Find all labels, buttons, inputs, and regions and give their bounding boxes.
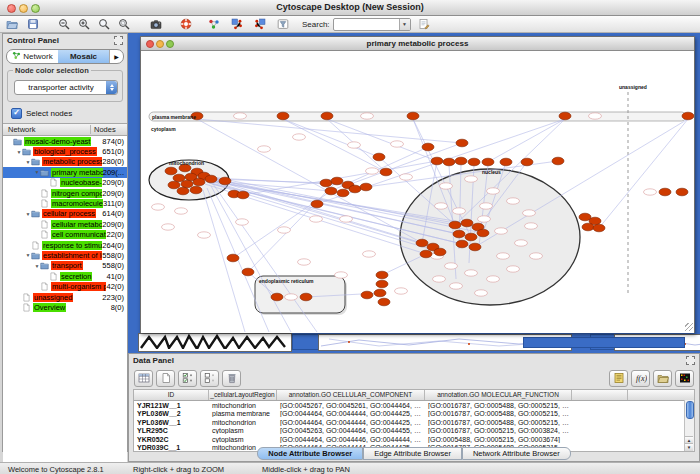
background-window-titlebar[interactable] xyxy=(523,337,685,348)
float-panel-icon[interactable] xyxy=(686,356,695,365)
network-node[interactable] xyxy=(465,233,477,241)
network-node[interactable] xyxy=(374,289,386,297)
help-icon[interactable] xyxy=(179,17,193,31)
network-node[interactable] xyxy=(456,240,468,248)
attribute-table[interactable]: ID_cellularLayoutRegionannotation.GO CEL… xyxy=(133,389,695,452)
network-node[interactable] xyxy=(227,254,239,262)
network-label-node[interactable] xyxy=(278,227,291,233)
tree-row-nitrogen-compo[interactable]: nitrogen compo209(0) xyxy=(3,188,127,198)
search-input[interactable] xyxy=(335,19,401,30)
zoom-out-icon[interactable] xyxy=(57,17,71,31)
network-node[interactable] xyxy=(659,188,671,196)
network-label-node[interactable] xyxy=(175,208,188,214)
column-header[interactable]: annotation.GO MOLECULAR_FUNCTION xyxy=(425,390,572,400)
tab-edge-attribute-browser[interactable]: Edge Attribute Browser xyxy=(363,447,462,460)
tree-row-biological-process[interactable]: ▼biological_process651(0) xyxy=(3,146,127,156)
close-window-icon[interactable] xyxy=(7,4,16,13)
network-label-node[interactable] xyxy=(497,253,510,259)
tree-col-network[interactable]: Network xyxy=(3,125,91,134)
tree-row-primary-metabo[interactable]: ▼primary metabo209(... xyxy=(3,167,127,177)
network-node[interactable] xyxy=(593,224,605,232)
table-mode-icon[interactable] xyxy=(134,370,153,387)
delete-attribute-icon[interactable] xyxy=(222,370,241,387)
search-dropdown-icon[interactable]: ▼ xyxy=(399,19,410,30)
network-node[interactable] xyxy=(311,200,323,208)
network-node[interactable] xyxy=(468,158,480,166)
network-node[interactable] xyxy=(455,157,467,165)
tree-row-cellular-metabo[interactable]: cellular metabo209(0) xyxy=(3,219,127,229)
tree-row-macromolecule[interactable]: macromolecule311(0) xyxy=(3,198,127,208)
zoom-selected-icon[interactable] xyxy=(117,17,131,31)
network-label-node[interactable] xyxy=(644,189,657,195)
more-tabs-icon[interactable]: ▶ xyxy=(109,50,123,63)
network-label-node[interactable] xyxy=(198,232,211,238)
network-label-node[interactable] xyxy=(433,276,446,282)
network-node[interactable] xyxy=(376,271,388,279)
network-node[interactable] xyxy=(676,188,688,196)
network-node[interactable] xyxy=(277,112,289,120)
network-node[interactable] xyxy=(469,243,481,251)
network-node[interactable] xyxy=(177,187,189,195)
close-network-icon[interactable] xyxy=(146,40,154,48)
network-node[interactable] xyxy=(521,158,533,166)
network-label-node[interactable] xyxy=(335,272,348,278)
network-node[interactable] xyxy=(337,189,349,197)
tree-row-establishment-of-lo[interactable]: ▼establishment of lo558(0) xyxy=(3,250,127,260)
network-label-node[interactable] xyxy=(400,174,413,180)
tree-row-nucleobase-[interactable]: nucleobase-209(0) xyxy=(3,178,127,188)
zoom-fit-icon[interactable] xyxy=(97,17,111,31)
zoom-in-icon[interactable] xyxy=(77,17,91,31)
tree-row-cell-communicat[interactable]: cell communicat22(0) xyxy=(3,230,127,240)
network-label-node[interactable] xyxy=(465,270,478,276)
network-node[interactable] xyxy=(682,112,694,120)
combo-stepper-icon[interactable] xyxy=(106,81,117,94)
column-header[interactable]: _cellularLayoutRegion xyxy=(209,390,277,400)
tree-row-metabolic-process[interactable]: ▼metabolic process280(0) xyxy=(3,157,127,167)
network-node[interactable] xyxy=(325,187,337,195)
scrollbar-thumb[interactable] xyxy=(686,401,694,419)
import-attributes-icon[interactable] xyxy=(653,370,672,387)
network-label-node[interactable] xyxy=(234,113,247,119)
filter-icon[interactable] xyxy=(276,17,290,31)
table-row-ypl036w__2[interactable]: YPL036W__2plasma membrane[GO:0044464, GO… xyxy=(134,410,694,419)
network-label-node[interactable] xyxy=(440,183,453,189)
tab-network-attribute-browser[interactable]: Network Attribute Browser xyxy=(462,447,571,460)
network-label-node[interactable] xyxy=(361,113,374,119)
network-label-node[interactable] xyxy=(453,208,466,214)
zoom-window-icon[interactable] xyxy=(31,4,40,13)
table-row-ylr295c[interactable]: YLR295Ccytoplasm[GO:0045263, GO:0044464,… xyxy=(134,427,694,436)
network-node[interactable] xyxy=(193,178,205,186)
resize-grip-icon[interactable] xyxy=(685,323,693,331)
tree-row-secretion[interactable]: secretion41(0) xyxy=(3,271,127,281)
network-label-node[interactable] xyxy=(363,251,376,257)
network-label-node[interactable] xyxy=(525,223,538,229)
table-row-yjr121w__1[interactable]: YJR121W__1mitochondrion[GO:0045267, GO:0… xyxy=(134,401,694,410)
network-node[interactable] xyxy=(559,112,571,120)
network-label-node[interactable] xyxy=(475,290,488,296)
network-node[interactable] xyxy=(582,223,594,231)
network-canvas[interactable]: plasma membranecytoplasmmitochondrionnuc… xyxy=(141,51,694,333)
column-header[interactable]: ID xyxy=(134,390,209,400)
table-scrollbar[interactable]: ▲ ▼ xyxy=(684,400,694,451)
network-label-node[interactable] xyxy=(523,210,536,216)
network-node[interactable] xyxy=(461,219,473,227)
heatmap-icon[interactable] xyxy=(675,370,694,387)
network-node[interactable] xyxy=(376,280,388,288)
network-label-node[interactable] xyxy=(530,253,543,259)
network-node[interactable] xyxy=(205,175,217,183)
network-node[interactable] xyxy=(453,230,465,238)
network-node[interactable] xyxy=(300,293,312,301)
background-window-titlebar[interactable] xyxy=(292,334,320,350)
network-node[interactable] xyxy=(443,158,455,166)
unselect-columns-icon[interactable] xyxy=(200,370,219,387)
network-node[interactable] xyxy=(165,167,177,175)
new-attribute-icon[interactable] xyxy=(156,370,175,387)
tree-col-nodes[interactable]: Nodes xyxy=(91,125,127,134)
show-selected-icon[interactable] xyxy=(253,17,267,31)
network-label-node[interactable] xyxy=(589,113,602,119)
network-node[interactable] xyxy=(456,139,468,147)
network-label-node[interactable] xyxy=(258,146,271,152)
network-node[interactable] xyxy=(181,180,193,188)
network-node[interactable] xyxy=(416,239,428,247)
search-combobox[interactable]: ▼ xyxy=(333,18,411,31)
